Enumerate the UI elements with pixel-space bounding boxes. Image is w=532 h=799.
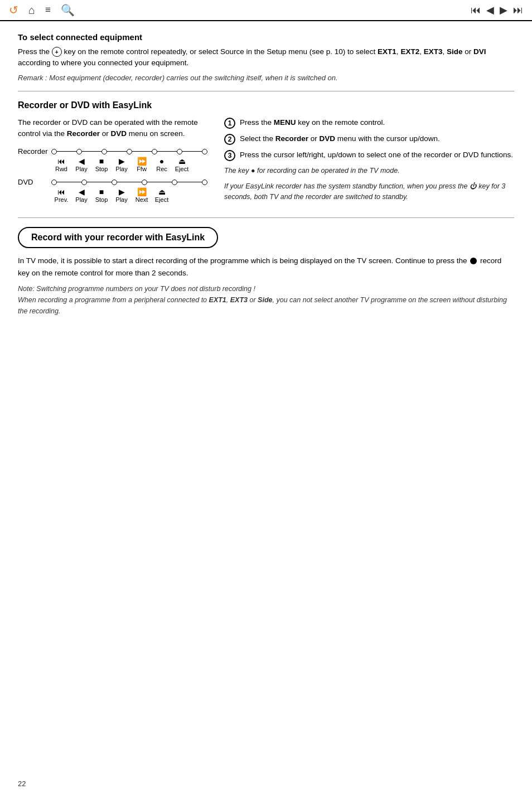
eject-btn-dvd: ⏏ Eject [152,187,172,203]
search-icon[interactable]: 🔍 [61,3,75,17]
easylink-content: The recorder or DVD can be operated with… [18,117,514,209]
dvd-buttons: ⏮ Prev. ◀ Play ■ Stop ▶ [18,187,207,203]
record-body: In TV mode, it is possible to start a di… [18,255,514,279]
record-note: Note: Switching programme numbers on you… [18,283,514,317]
ffw-btn: ⏩ Ffw [132,157,152,172]
select-equipment-section: To select connected equipment Press the … [18,32,514,82]
step-text-2: Select the Recorder or DVD menu with the… [240,133,514,144]
next-btn-dvd: ⏩ Next [132,187,152,203]
steps-list: 1 Press the MENU key on the remote contr… [224,117,514,161]
stop-btn-dvd: ■ Stop [91,187,112,203]
dot [112,180,117,185]
easylink-title: Recorder or DVD with EasyLink [18,100,514,110]
rwd-btn: ⏮ Rwd [51,157,71,172]
step-3: 3 Press the cursor left/right, up/down t… [224,149,514,161]
recorder-buttons: ⏮ Rwd ◀ Play ■ Stop ▶ Pl [18,157,207,172]
recorder-diagram: Recorder [18,147,207,172]
play-fwd-dvd: ▶ Play [112,187,132,203]
step-num-3: 3 [224,150,235,161]
easylink-desc: The recorder or DVD can be operated with… [18,117,207,140]
home-icon[interactable]: ⌂ [28,4,35,17]
easylink-left: The recorder or DVD can be operated with… [18,117,207,209]
page-number: 22 [18,779,26,788]
next-icon[interactable]: ▶ [500,4,507,16]
back-icon[interactable]: ↺ [9,3,18,17]
step-note-1: The key ● for recording can be operated … [224,166,514,176]
dvd-diagram: DVD [18,178,207,203]
dot [152,149,157,154]
eject-btn-recorder: ⏏ Eject [172,157,192,172]
play-fwd-btn: ▶ Play [112,157,132,172]
skip-fwd-icon[interactable]: ⏭ [513,4,523,16]
easylink-section: Recorder or DVD with EasyLink The record… [18,100,514,209]
select-equipment-body: Press the + key on the remote control re… [18,46,514,69]
record-section-wrapper: Record with your recorder with EasyLink … [18,227,514,317]
top-navigation-bar: ↺ ⌂ ≡ 🔍 ⏮ ◀ ▶ ⏭ [0,0,532,21]
select-equipment-remark: Remark : Most equipment (decoder, record… [18,74,514,82]
dot [101,149,107,154]
dvd-label: DVD [18,178,51,186]
step-num-1: 1 [224,118,235,129]
step-1: 1 Press the MENU key on the remote contr… [224,117,514,129]
dot [51,180,57,185]
play-back-dvd: ◀ Play [71,187,91,203]
dot [142,180,147,185]
skip-back-icon[interactable]: ⏮ [471,4,481,16]
stop-btn-recorder: ■ Stop [91,157,112,172]
menu-icon[interactable]: ≡ [45,4,51,16]
easylink-right: 1 Press the MENU key on the remote contr… [224,117,514,209]
dot [127,149,132,154]
step-text-1: Press the MENU key on the remote control… [240,117,514,128]
step-text-3: Press the cursor left/right, up/down to … [240,149,514,161]
dvd-line [51,180,207,185]
record-dot-icon [470,258,477,264]
step-num-2: 2 [224,134,235,145]
dot [81,180,87,185]
step-note-2: If your EasyLink recorder has the system… [224,181,514,202]
recorder-line [51,149,207,154]
main-content: To select connected equipment Press the … [0,21,532,333]
rec-btn: ● Rec [152,157,172,172]
select-equipment-title: To select connected equipment [18,32,514,42]
dot [202,149,207,154]
prev-btn-dvd: ⏮ Prev. [51,187,71,203]
prev-icon[interactable]: ◀ [486,4,494,16]
step-2: 2 Select the Recorder or DVD menu with t… [224,133,514,145]
top-bar-right: ⏮ ◀ ▶ ⏭ [471,4,523,16]
divider-2 [18,217,514,218]
top-bar-left: ↺ ⌂ ≡ 🔍 [9,3,75,17]
record-section-box: Record with your recorder with EasyLink [18,227,218,248]
recorder-label: Recorder [18,147,51,156]
dot [177,149,182,154]
record-section-title: Record with your recorder with EasyLink [31,233,205,242]
dot [202,180,207,185]
recorder-row: Recorder [18,147,207,156]
dot [172,180,177,185]
dot [51,149,57,154]
dvd-row: DVD [18,178,207,186]
divider-1 [18,91,514,91]
dot [76,149,82,154]
play-back-btn: ◀ Play [71,157,91,172]
